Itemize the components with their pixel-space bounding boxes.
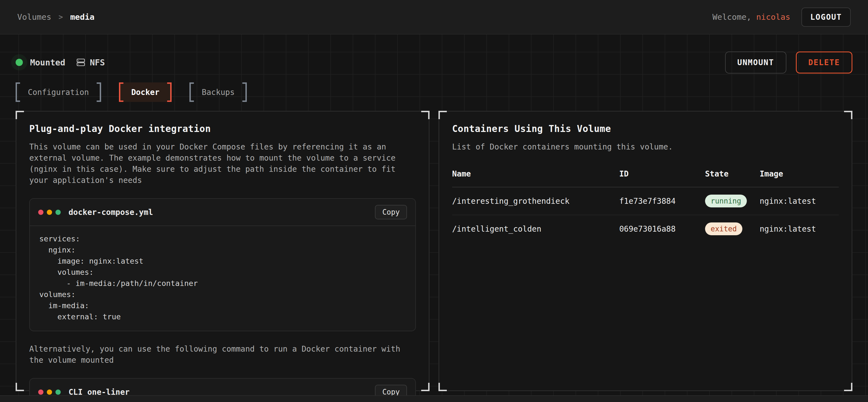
container-id-cell: 069e73016a88 <box>619 215 705 242</box>
containers-panel-description: List of Docker containers mounting this … <box>452 141 837 153</box>
column-header-state: State <box>705 169 760 187</box>
cli-intro-text: Alternatively, you can use the following… <box>29 343 414 366</box>
tab-docker-label: Docker <box>131 88 159 97</box>
compose-code-body: services: nginx: image: nginx:latest vol… <box>30 226 415 331</box>
panel-corner-icon <box>16 383 24 391</box>
containers-table: Name ID State Image /interesting_grothen… <box>452 169 839 242</box>
panel-corner-icon <box>844 383 852 391</box>
container-state-cell: exited <box>705 215 760 242</box>
main-content: Mounted NFS UNMOUNT DELETE <box>0 35 868 395</box>
tab-configuration[interactable]: Configuration <box>16 82 101 102</box>
welcome-text: Welcome, nicolas <box>712 12 790 22</box>
container-state-cell: running <box>705 187 760 215</box>
breadcrumb: Volumes > media <box>17 12 94 22</box>
volume-detail-page: Volumes > media Welcome, nicolas LOGOUT … <box>0 0 868 402</box>
unmount-button[interactable]: UNMOUNT <box>725 52 786 73</box>
volume-type-group: NFS <box>76 58 105 67</box>
traffic-light-dots-icon <box>38 210 61 215</box>
compose-filename: docker-compose.yml <box>68 208 153 217</box>
table-header-row: Name ID State Image <box>452 169 839 187</box>
table-row: /interesting_grothendieckf1e73e7f3884run… <box>452 187 839 215</box>
column-header-name: Name <box>452 169 619 187</box>
red-dot-icon <box>38 390 43 395</box>
container-id-cell: f1e73e7f3884 <box>619 187 705 215</box>
breadcrumb-volumes-link[interactable]: Volumes <box>17 12 51 22</box>
panel-corner-icon <box>16 111 24 119</box>
volume-actions: UNMOUNT DELETE <box>725 52 852 73</box>
panel-corner-icon <box>438 111 447 119</box>
container-image-cell: nginx:latest <box>760 215 839 242</box>
panel-corner-icon <box>844 111 852 119</box>
containers-panel-title: Containers Using This Volume <box>452 123 839 134</box>
delete-button[interactable]: DELETE <box>796 52 852 73</box>
compose-copy-button[interactable]: Copy <box>375 205 407 220</box>
tab-configuration-label: Configuration <box>28 88 89 97</box>
container-name-cell: /intelligent_colden <box>452 215 619 242</box>
column-header-image: Image <box>760 169 839 187</box>
compose-code-card: docker-compose.yml Copy services: nginx:… <box>29 198 416 331</box>
containers-panel: Containers Using This Volume List of Doc… <box>438 111 852 391</box>
welcome-prefix: Welcome, <box>712 12 751 22</box>
containers-table-body: /interesting_grothendieckf1e73e7f3884run… <box>452 187 839 242</box>
container-name-cell: /interesting_grothendieck <box>452 187 619 215</box>
logout-button[interactable]: LOGOUT <box>801 7 851 27</box>
amber-dot-icon <box>47 210 52 215</box>
server-stack-icon <box>76 58 85 67</box>
docker-panel-description: This volume can be used in your Docker C… <box>29 141 414 186</box>
panels-row: Plug-and-play Docker integration This vo… <box>16 111 852 391</box>
volume-tabs: Configuration Docker Backups <box>16 82 852 102</box>
panel-corner-icon <box>438 383 447 391</box>
state-badge: exited <box>705 223 742 235</box>
chevron-right-icon: > <box>59 13 63 21</box>
container-image-cell: nginx:latest <box>760 187 839 215</box>
compose-code-header: docker-compose.yml Copy <box>30 199 415 226</box>
volume-status-group: Mounted NFS <box>16 58 105 67</box>
panel-corner-icon <box>421 383 430 391</box>
amber-dot-icon <box>47 390 52 395</box>
tab-backups-label: Backups <box>202 88 235 97</box>
breadcrumb-current-volume: media <box>70 12 94 22</box>
panel-corner-icon <box>421 111 430 119</box>
tab-backups[interactable]: Backups <box>189 82 247 102</box>
state-badge: running <box>705 195 747 207</box>
username: nicolas <box>756 12 790 22</box>
footer-strip <box>0 395 868 402</box>
docker-integration-panel: Plug-and-play Docker integration This vo… <box>16 111 430 391</box>
docker-panel-title: Plug-and-play Docker integration <box>29 123 416 134</box>
green-dot-icon <box>56 210 61 215</box>
mounted-status-label: Mounted <box>30 58 65 67</box>
top-bar-right: Welcome, nicolas LOGOUT <box>712 7 851 27</box>
mounted-status-dot-icon <box>16 59 23 66</box>
green-dot-icon <box>56 390 61 395</box>
tab-docker[interactable]: Docker <box>119 82 172 102</box>
volume-toolbar: Mounted NFS UNMOUNT DELETE <box>16 52 852 72</box>
traffic-light-dots-icon <box>38 390 61 395</box>
red-dot-icon <box>38 210 43 215</box>
table-row: /intelligent_colden069e73016a88exitedngi… <box>452 215 839 242</box>
volume-type-label: NFS <box>90 58 105 67</box>
column-header-id: ID <box>619 169 705 187</box>
top-bar: Volumes > media Welcome, nicolas LOGOUT <box>0 0 868 35</box>
